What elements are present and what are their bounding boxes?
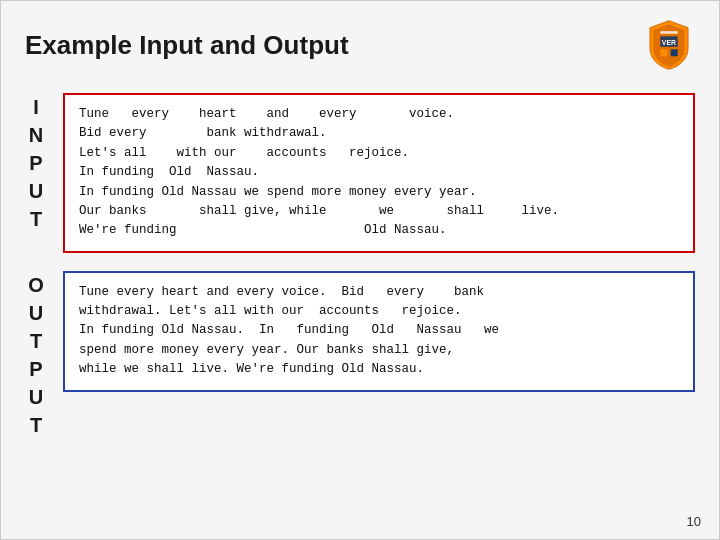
output-label: O U T P U T: [25, 271, 47, 439]
output-text: Tune every heart and every voice. Bid ev…: [79, 283, 679, 380]
page-number: 10: [687, 514, 701, 529]
svg-rect-3: [660, 49, 667, 56]
input-label: I N P U T: [25, 93, 47, 233]
svg-rect-4: [671, 49, 678, 56]
slide: Example Input and Output VER I N P U T: [0, 0, 720, 540]
input-text: Tune every heart and every voice. Bid ev…: [79, 105, 679, 241]
svg-rect-0: [660, 31, 677, 34]
princeton-logo: VER: [643, 19, 695, 71]
content-area: I N P U T Tune every heart and every voi…: [25, 93, 695, 439]
input-section: I N P U T Tune every heart and every voi…: [25, 93, 695, 253]
svg-text:VER: VER: [662, 39, 676, 46]
output-box: Tune every heart and every voice. Bid ev…: [63, 271, 695, 392]
title-bar: Example Input and Output VER: [25, 19, 695, 71]
slide-title: Example Input and Output: [25, 30, 349, 61]
output-section: O U T P U T Tune every heart and every v…: [25, 271, 695, 439]
input-box: Tune every heart and every voice. Bid ev…: [63, 93, 695, 253]
